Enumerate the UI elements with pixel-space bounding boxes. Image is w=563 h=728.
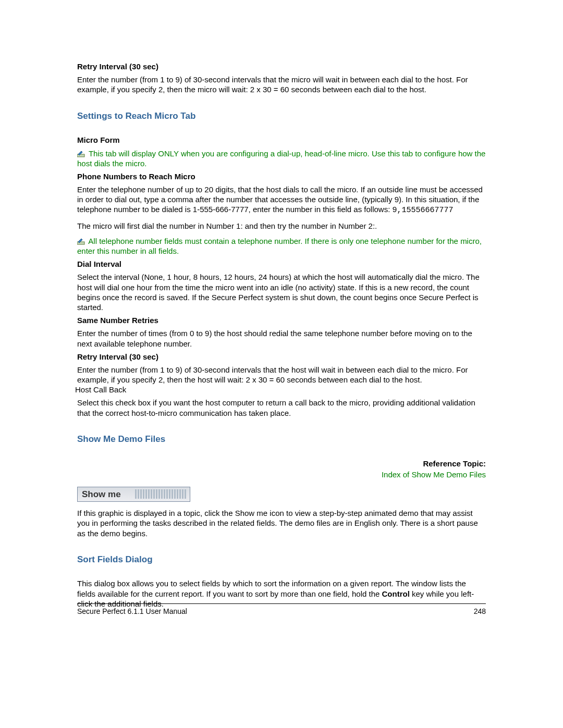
reference-topic-link[interactable]: Index of Show Me Demo Files [77,470,486,479]
settings-note-2: All telephone number fields must contain… [77,236,486,256]
retry-interval-micro-title: Retry Interval (30 sec) [77,352,486,362]
settings-note-1-text: This tab will display ONLY when you are … [77,149,485,168]
retry-interval-micro-body: Enter the number (from 1 to 9) of 30-sec… [77,365,486,385]
settings-note-2-text: All telephone number fields must contain… [77,237,482,255]
retry-interval-host-body: Enter the number (from 1 to 9) of 30-sec… [77,75,486,94]
sort-body-bold: Control [382,589,410,598]
note-icon [77,238,85,245]
document-page: Retry Interval (30 sec) Enter the number… [0,0,563,728]
phone-numbers-title: Phone Numbers to Reach Micro [77,171,486,181]
footer-manual-title: Secure Perfect 6.1.1 User Manual [77,607,187,615]
section-showme-heading: Show Me Demo Files [77,434,486,445]
host-callback-body: Select this check box if you want the ho… [77,398,486,417]
retry-interval-host-title: Retry Interval (30 sec) [77,61,486,71]
footer-page-number: 248 [474,607,486,615]
note-icon [77,150,85,157]
micro-form-title: Micro Form [77,135,486,145]
section-sort-heading: Sort Fields Dialog [77,554,486,565]
show-me-graphic-label: Show me [82,489,121,500]
host-callback-label: Host Call Back [75,385,486,394]
page-footer: Secure Perfect 6.1.1 User Manual 248 [77,603,486,615]
show-me-graphic[interactable]: Show me [77,487,190,502]
dial-interval-body: Select the interval (None, 1 hour, 8 hou… [77,272,486,312]
same-retries-title: Same Number Retries [77,315,486,325]
section-settings-heading: Settings to Reach Micro Tab [77,110,486,122]
same-retries-body: Enter the number of times (from 0 to 9) … [77,328,486,348]
page-content: Retry Interval (30 sec) Enter the number… [77,61,486,609]
phone-body-sequence: The micro will first dial the number in … [77,221,486,231]
phone-numbers-body: Enter the telephone number of up to 20 d… [77,184,486,216]
dial-interval-title: Dial Interval [77,259,486,269]
showme-body: If this graphic is displayed in a topic,… [77,508,486,538]
reference-topic-label: Reference Topic: [77,459,486,468]
settings-note-1: This tab will display ONLY when you are … [77,149,486,168]
progress-bars-icon [135,489,186,499]
phone-example-mono: 9,15556667777 [393,206,454,215]
